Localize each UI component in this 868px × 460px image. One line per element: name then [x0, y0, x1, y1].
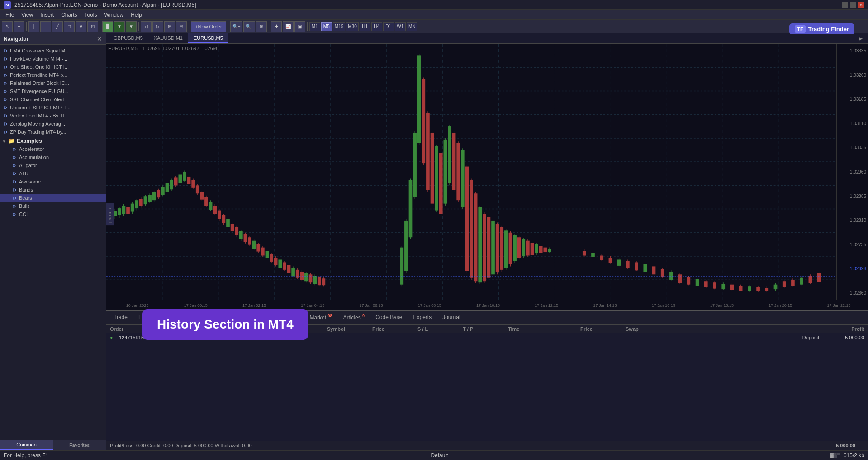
svg-rect-208 [652, 266, 656, 274]
menu-file[interactable]: File [2, 11, 18, 19]
toolbar-cross[interactable]: ✚ [271, 21, 282, 32]
toolbar-zoom-in[interactable]: 🔍+ [230, 21, 243, 32]
example-icon: ⚙ [11, 146, 17, 152]
tf-m30[interactable]: M30 [346, 22, 358, 31]
menu-insert[interactable]: Insert [37, 11, 57, 19]
toolbar-color3[interactable]: ▼ [126, 21, 137, 32]
chart-expand[interactable]: ▶ [855, 33, 866, 43]
svg-rect-48 [166, 183, 169, 192]
examples-label[interactable]: Examples [17, 138, 42, 144]
tf-m5[interactable]: M5 [321, 22, 332, 31]
svg-rect-142 [444, 140, 447, 204]
toolbar-indicator[interactable]: 📈 [283, 21, 294, 32]
tf-m1[interactable]: M1 [309, 22, 320, 31]
tree-indicator-6[interactable]: ⚙ SMT Divergence EU-GU... [0, 87, 106, 95]
term-tab-journal[interactable]: Journal [437, 311, 465, 324]
toolbar-view[interactable]: ⊞ [164, 21, 175, 32]
terminal-side-indicator[interactable]: Terminal [106, 203, 114, 225]
tree-accumulation[interactable]: ⚙ Accumulation [0, 153, 106, 161]
chart-area[interactable]: EURUSD,M5 1.02695 1.02701 1.02692 1.0269… [106, 44, 868, 300]
toolbar-color2[interactable]: ▼ [114, 21, 125, 32]
tf-w1[interactable]: W1 [395, 22, 406, 31]
term-tab-articles[interactable]: Articles 9 [337, 311, 370, 324]
tree-indicator-1[interactable]: ⚙ EMA Crossover Signal M... [0, 47, 106, 55]
tree-indicator-8[interactable]: ⚙ Unicorn + SFP ICT MT4 E... [0, 103, 106, 112]
tree-indicator-4[interactable]: ⚙ Perfect Trendline MT4 b... [0, 71, 106, 79]
tree-indicator-2[interactable]: ⚙ HawkEye Volume MT4 -... [0, 55, 106, 63]
tree-indicator-3[interactable]: ⚙ One Shoot One Kill ICT I... [0, 63, 106, 71]
toolbar-zoom-out[interactable]: 🔍- [243, 21, 255, 32]
tree-indicator-11[interactable]: ⚙ ZP Day Trading MT4 by... [0, 128, 106, 136]
toolbar-forward[interactable]: ▷ [152, 21, 163, 32]
toolbar-template[interactable]: ▣ [294, 21, 305, 32]
toolbar-arrow[interactable]: ↖ [2, 21, 13, 32]
svg-rect-226 [730, 285, 734, 290]
tf-h1[interactable]: H1 [360, 22, 370, 31]
toolbar-gann[interactable]: ⊡ [87, 21, 98, 32]
tf-m15[interactable]: M15 [333, 22, 345, 31]
row-profit: 5 000.00 [828, 335, 864, 340]
svg-rect-52 [174, 177, 178, 185]
row-profit-label: Deposit [666, 335, 819, 340]
toolbar-rect[interactable]: □ [64, 21, 75, 32]
indicator-icon: ⚙ [2, 104, 8, 111]
term-tab-codebase[interactable]: Code Base [370, 311, 408, 324]
indicator-icon: ⚙ [2, 113, 8, 119]
maximize-button[interactable]: □ [850, 2, 856, 8]
tree-awesome[interactable]: ⚙ Awesome [0, 178, 106, 186]
new-order-button[interactable]: + New Order [191, 21, 226, 32]
chart-tab-xauusd[interactable]: XAUUSD,M1 [148, 33, 188, 43]
minimize-button[interactable]: ─ [842, 2, 848, 8]
menu-charts[interactable]: Charts [57, 11, 81, 19]
svg-rect-202 [626, 261, 630, 268]
examples-collapse[interactable]: ▼ [2, 139, 6, 144]
tree-accelerator[interactable]: ⚙ Accelerator [0, 145, 106, 153]
tree-indicator-9[interactable]: ⚙ Vertex Point MT4 - By TI... [0, 112, 106, 120]
toolbar-minus[interactable]: — [40, 21, 51, 32]
tree-indicator-5[interactable]: ⚙ Relaimed Order Block IC... [0, 79, 106, 87]
price-label-2: 1.03260 [839, 73, 866, 78]
toolbar-diagonal[interactable]: ╱ [52, 21, 63, 32]
tree-indicator-10[interactable]: ⚙ Zerolag Moving Averag... [0, 120, 106, 128]
nav-tab-favorites[interactable]: Favorites [53, 440, 106, 450]
toolbar-sep2 [100, 22, 100, 31]
toolbar-plus[interactable]: + [14, 21, 24, 32]
tree-indicator-7[interactable]: ⚙ SSL Channel Chart Alert [0, 95, 106, 103]
tree-cci[interactable]: ⚙ CCI [0, 210, 106, 218]
toolbar-zoom-fit[interactable]: ⊟ [176, 21, 187, 32]
tf-d1[interactable]: D1 [383, 22, 394, 31]
tree-bands[interactable]: ⚙ Bands [0, 186, 106, 194]
tree-alligator[interactable]: ⚙ Alligator [0, 161, 106, 169]
close-button[interactable]: ✕ [858, 2, 864, 8]
toolbar-color1[interactable]: █ [102, 21, 113, 32]
toolbar-back[interactable]: ◁ [141, 21, 152, 32]
tree-atr[interactable]: ⚙ ATR [0, 169, 106, 178]
tf-mn[interactable]: MN [407, 22, 417, 31]
indicator-icon: ⚙ [2, 56, 8, 62]
toolbar-line[interactable]: | [28, 21, 39, 32]
svg-rect-82 [239, 231, 243, 239]
term-tab-experts[interactable]: Experts [408, 311, 437, 324]
menu-tools[interactable]: Tools [81, 11, 101, 19]
menu-help[interactable]: Help [127, 11, 146, 19]
svg-rect-242 [800, 278, 803, 285]
toolbar-chart-type[interactable]: ⊞ [256, 21, 267, 32]
tree-bulls[interactable]: ⚙ Bulls [0, 202, 106, 210]
svg-rect-186 [539, 246, 543, 253]
svg-rect-116 [313, 276, 317, 284]
navigator-close-button[interactable]: ✕ [97, 35, 102, 42]
menu-window[interactable]: Window [101, 11, 128, 19]
menu-view[interactable]: View [18, 11, 37, 19]
chart-tab-eurusd[interactable]: EURUSD,M5 [188, 33, 228, 43]
svg-rect-46 [161, 187, 165, 195]
tree-bears[interactable]: ⚙ Bears [0, 194, 106, 202]
time-2215: 17 Jan 22:15 [810, 303, 868, 308]
svg-rect-86 [248, 237, 251, 244]
tf-h4[interactable]: H4 [371, 22, 382, 31]
nav-tab-common[interactable]: Common [0, 440, 53, 450]
term-tab-market[interactable]: Market 98 [304, 311, 337, 324]
summary-row: Profit/Loss: 0.00 Credit: 0.00 Deposit: … [106, 441, 868, 450]
toolbar-text[interactable]: A [76, 21, 86, 32]
term-tab-trade[interactable]: Trade [108, 311, 133, 324]
chart-tab-gbpusd[interactable]: GBPUSD,M5 [108, 33, 148, 43]
